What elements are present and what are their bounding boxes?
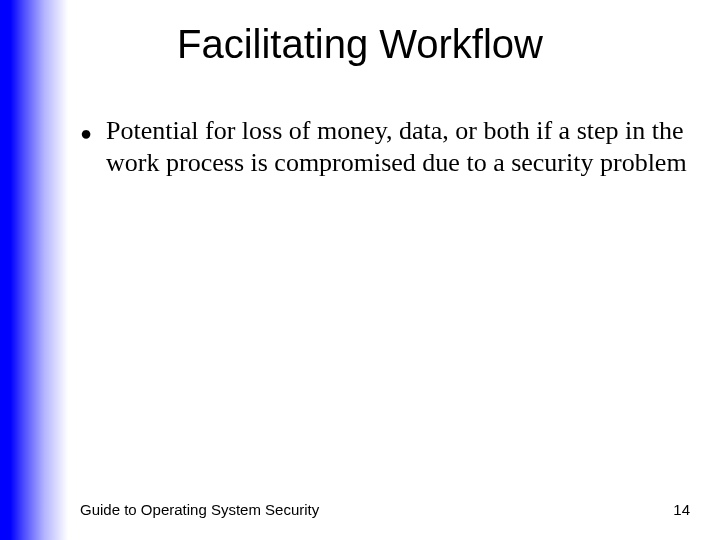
left-gradient-bar [0,0,68,540]
page-number: 14 [673,501,690,518]
bullet-icon: ● [80,117,92,149]
slide-title: Facilitating Workflow [0,22,720,67]
footer-source: Guide to Operating System Security [80,501,319,518]
bullet-item: ● Potential for loss of money, data, or … [80,115,690,178]
slide: Facilitating Workflow ● Potential for lo… [0,0,720,540]
slide-body: ● Potential for loss of money, data, or … [80,115,690,178]
bullet-text: Potential for loss of money, data, or bo… [106,115,690,178]
